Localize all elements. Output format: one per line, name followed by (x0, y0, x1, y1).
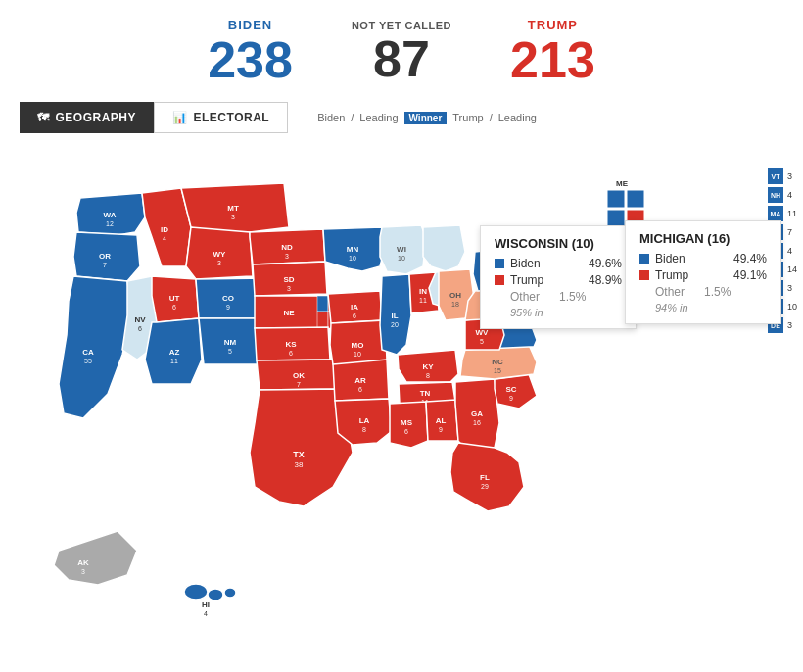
not-called-votes: 87 (352, 31, 451, 87)
svg-text:TX: TX (293, 450, 305, 459)
svg-text:5: 5 (480, 338, 484, 345)
michigan-trump-row: Trump 49.1% (639, 268, 767, 282)
legend-trump: Trump (452, 112, 483, 123)
svg-text:KY: KY (422, 362, 434, 371)
wisconsin-reporting: 95% in (495, 307, 622, 318)
svg-text:38: 38 (295, 460, 304, 469)
svg-text:NC: NC (492, 358, 503, 366)
vermont-abbr: VT (772, 173, 780, 180)
svg-text:OK: OK (293, 371, 305, 380)
legend-row: Biden / Leading Winner Trump / Leading (317, 112, 537, 124)
svg-text:SC: SC (505, 385, 516, 394)
svg-text:15: 15 (494, 367, 501, 374)
svg-text:3: 3 (231, 214, 235, 220)
ma-votes: 11 (787, 209, 797, 218)
svg-text:3: 3 (287, 285, 291, 292)
ma-box: MA (768, 206, 783, 221)
wisconsin-biden-row: Biden 49.6% (495, 257, 622, 270)
biden-block: BIDEN 238 (208, 18, 293, 88)
svg-point-3 (184, 584, 208, 600)
wisconsin-trump-row: Trump 48.9% (495, 273, 622, 287)
svg-text:18: 18 (451, 301, 459, 308)
michigan-other: Other 1.5% (639, 285, 767, 299)
svg-text:OR: OR (99, 252, 111, 261)
svg-text:4: 4 (204, 610, 208, 617)
geography-icon: 🗺 (37, 111, 50, 124)
svg-text:MO: MO (352, 341, 364, 350)
svg-text:10: 10 (354, 351, 361, 358)
alabama-state: AL 9 (426, 400, 458, 441)
north-dakota-state: ND 3 (250, 229, 325, 264)
nh-abbr: NH (771, 192, 780, 199)
electoral-icon: 📊 (172, 111, 188, 124)
svg-text:12: 12 (106, 220, 114, 227)
svg-text:8: 8 (426, 372, 430, 379)
kansas-state: KS 6 (255, 327, 330, 360)
svg-text:HI: HI (202, 600, 210, 609)
svg-marker-86 (423, 225, 465, 271)
md-votes: 10 (787, 302, 797, 312)
wisconsin-trump-icon (495, 275, 504, 285)
illinois-state: IL 20 (380, 274, 411, 355)
wisconsin-trump-label: Trump (510, 273, 577, 287)
vermont-votes: 3 (787, 171, 792, 181)
svg-text:WI: WI (397, 245, 406, 254)
svg-text:CA: CA (82, 348, 94, 357)
svg-point-4 (208, 589, 223, 600)
legend-slash2: / (490, 112, 493, 123)
wisconsin-popup-title: WISCONSIN (10) (495, 236, 622, 251)
vermont-item: VT 3 (768, 168, 797, 184)
svg-text:10: 10 (349, 255, 356, 262)
svg-text:8: 8 (362, 426, 366, 433)
wisconsin-trump-pct: 48.9% (583, 273, 622, 287)
georgia-state: GA 16 (455, 379, 499, 453)
geography-label: GEOGRAPHY (56, 111, 137, 124)
svg-text:11: 11 (419, 297, 427, 304)
biden-votes: 238 (208, 32, 293, 88)
trump-votes: 213 (510, 32, 595, 88)
michigan-popup: MICHIGAN (16) Biden 49.4% Trump 49.1% Ot… (625, 220, 781, 324)
alaska-state: AK 3 (54, 531, 137, 585)
minnesota-state: MN 10 (323, 227, 385, 271)
wyoming-state: WY 3 (186, 227, 253, 279)
svg-text:3: 3 (217, 260, 221, 266)
kentucky-state: KY 8 (398, 350, 458, 382)
mississippi-state: MS 6 (390, 402, 428, 448)
iowa-state: IA 6 (328, 291, 382, 323)
south-carolina-state: SC 9 (495, 374, 537, 408)
svg-text:3: 3 (285, 253, 289, 260)
svg-text:IL: IL (391, 312, 398, 320)
louisiana-state: LA 8 (335, 399, 392, 445)
svg-text:GA: GA (471, 409, 483, 418)
legend-winner: Winner (404, 112, 448, 124)
svg-text:6: 6 (138, 325, 142, 332)
ri-votes: 4 (787, 246, 792, 256)
de-votes: 3 (787, 320, 792, 330)
svg-text:9: 9 (439, 426, 443, 433)
svg-text:NE: NE (283, 309, 295, 317)
svg-text:ME: ME (616, 179, 629, 188)
biden-name: BIDEN (208, 18, 293, 32)
svg-text:6: 6 (353, 312, 356, 319)
svg-point-5 (224, 588, 236, 598)
michigan-biden-label: Biden (655, 252, 722, 265)
ma-item: MA 11 (768, 206, 797, 221)
legend-biden: Biden (317, 112, 345, 123)
trump-block: TRUMP 213 (510, 18, 595, 88)
svg-rect-129 (607, 190, 625, 208)
trump-name: TRUMP (510, 18, 595, 32)
electoral-tab[interactable]: 📊 ELECTORAL (154, 102, 288, 133)
svg-text:6: 6 (172, 304, 176, 311)
geography-tab[interactable]: 🗺 GEOGRAPHY (20, 102, 154, 133)
colorado-state: CO 9 (196, 278, 262, 318)
svg-text:10: 10 (398, 255, 405, 262)
svg-text:IN: IN (419, 287, 427, 296)
svg-text:11: 11 (170, 358, 178, 364)
michigan-biden-icon (639, 254, 649, 264)
svg-text:WY: WY (213, 250, 227, 259)
svg-text:AR: AR (354, 376, 366, 385)
michigan-biden-row: Biden 49.4% (639, 252, 767, 265)
electoral-label: ELECTORAL (194, 111, 270, 124)
florida-state: FL 29 (450, 443, 524, 511)
svg-text:CO: CO (222, 294, 234, 303)
